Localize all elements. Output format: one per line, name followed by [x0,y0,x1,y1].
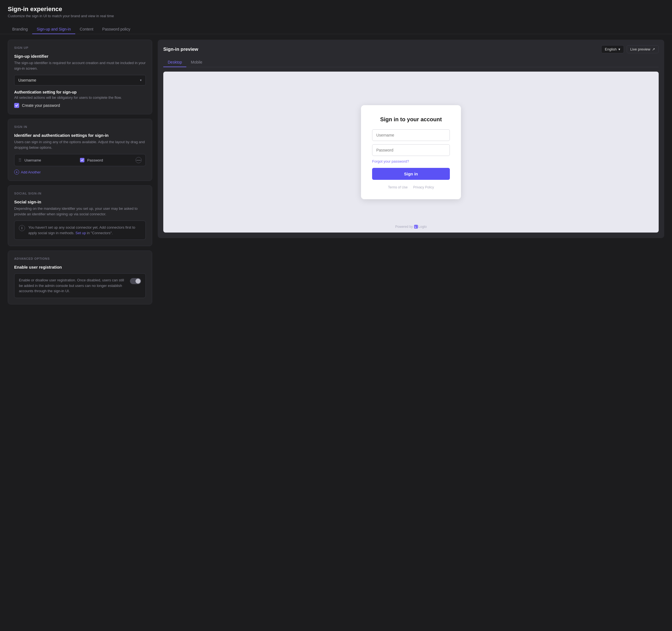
signin-preview-card: Sign in to your account Forgot your pass… [361,105,461,199]
password-checkbox[interactable] [80,158,85,162]
social-setup-link[interactable]: Set up [75,231,86,235]
advanced-options-card: ADVANCED OPTIONS Enable user registratio… [8,251,152,304]
page-subtitle: Customize the sign in UI to match your b… [8,14,664,18]
preview-frame: Sign in to your account Forgot your pass… [163,72,659,232]
signin-desc: Users can sign in using any of the optio… [14,139,146,150]
minus-icon: — [136,158,141,162]
tab-sign-up-sign-in[interactable]: Sign-up and Sign-in [32,25,75,34]
forgot-password-link[interactable]: Forgot your password? [372,159,450,163]
username-chip-label: Username [24,158,41,162]
advanced-section-label: ADVANCED OPTIONS [14,257,146,260]
add-another-label: Add Another [21,170,41,174]
language-label: English [605,47,617,51]
social-info-text: You haven't set up any social connector … [28,225,141,235]
create-password-checkbox[interactable] [14,103,19,108]
social-signin-card: SOCIAL SIGN-IN Social sign-in Depending … [8,185,152,246]
main-nav: Branding Sign-up and Sign-in Content Pas… [0,21,672,34]
preview-header: Sign-in preview English ▾ Live preview ↗ [163,45,659,53]
auth-setting-title: Authentication setting for sign-up [14,90,146,94]
external-link-icon: ↗ [652,47,655,51]
svg-text:L: L [414,226,416,228]
tab-mobile[interactable]: Mobile [186,58,207,67]
create-password-row: Create your password [14,103,146,108]
preview-panel: Sign-in preview English ▾ Live preview ↗… [158,40,664,238]
left-panel: SIGN UP Sign-up identifier The sign-up i… [8,40,152,304]
signin-card-title: Sign in to your account [372,116,450,123]
chevron-down-icon: ▾ [140,78,142,82]
username-chip: Username [24,158,77,162]
plus-circle-icon: + [14,170,19,175]
privacy-link[interactable]: Privacy Policy [413,185,434,189]
drag-handle-icon[interactable]: ⠿ [18,158,22,163]
social-info-box: i You haven't set up any social connecto… [14,221,146,240]
terms-link[interactable]: Terms of Use [388,185,408,189]
signin-title: Identifier and authentication settings f… [14,133,146,137]
username-input[interactable] [372,129,450,141]
page-title: Sign-in experience [8,5,664,13]
chevron-down-icon: ▾ [618,47,620,51]
registration-toggle-row: Enable or disallow user registration. On… [14,273,146,298]
auth-setting-desc: All selected actions will be obligatory … [14,96,146,100]
identifier-select[interactable]: Username ▾ [14,75,146,85]
tab-content[interactable]: Content [75,25,98,34]
signin-identifier-row: ⠿ Username Password — [14,154,146,166]
registration-toggle-text: Enable or disallow user registration. On… [19,277,125,294]
registration-toggle[interactable] [130,278,141,284]
social-desc: Depending on the mandatory identifier yo… [14,206,146,217]
powered-by: Powered by L Logto [395,225,427,229]
remove-identifier-button[interactable]: — [136,157,142,163]
preview-title: Sign-in preview [163,47,198,52]
create-password-label: Create your password [22,103,60,108]
identifier-select-wrapper: Username ▾ [14,75,146,85]
tab-branding[interactable]: Branding [8,25,32,34]
password-chip: Password [80,158,133,162]
signin-section-label: SIGN IN [14,125,146,128]
password-chip-label: Password [87,158,103,162]
signup-card: SIGN UP Sign-up identifier The sign-up i… [8,40,152,114]
identifier-selected-value: Username [18,78,37,82]
card-footer-links: Terms of Use Privacy Policy [372,185,450,189]
live-preview-button[interactable]: Live preview ↗ [627,45,659,53]
advanced-title: Enable user registration [14,265,146,270]
info-icon: i [19,225,25,231]
signup-section-label: SIGN UP [14,46,146,49]
preview-controls: English ▾ Live preview ↗ [601,45,659,53]
password-input[interactable] [372,144,450,156]
add-another-button[interactable]: + Add Another [14,170,146,175]
preview-tabs: Desktop Mobile [163,58,659,67]
live-preview-label: Live preview [630,47,650,51]
toggle-knob [136,279,141,284]
sign-in-button[interactable]: Sign in [372,168,450,180]
signup-identifier-desc: The sign-up identifier is required for a… [14,60,146,71]
logto-logo: L Logto [414,225,427,229]
language-select[interactable]: English ▾ [601,45,624,53]
social-section-label: SOCIAL SIGN-IN [14,192,146,195]
signup-identifier-title: Sign-up identifier [14,54,146,58]
tab-desktop[interactable]: Desktop [163,58,186,67]
social-title: Social sign-in [14,200,146,204]
signin-card: SIGN IN Identifier and authentication se… [8,119,152,181]
tab-password-policy[interactable]: Password policy [98,25,135,34]
